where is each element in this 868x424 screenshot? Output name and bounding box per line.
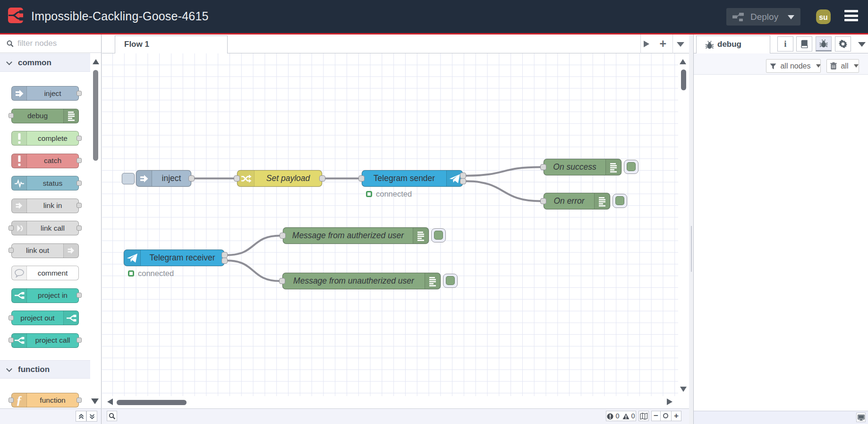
- node-input-port[interactable]: [279, 278, 285, 284]
- node-input-port[interactable]: [280, 233, 286, 239]
- palette-scrollbar-thumb[interactable]: [93, 70, 98, 161]
- flow-node-label: Telegram receiver: [141, 250, 224, 266]
- palette-category-label: common: [18, 58, 51, 67]
- user-avatar[interactable]: su: [816, 9, 831, 24]
- flow-node-msgunauth[interactable]: Message from unautherized user: [282, 273, 441, 289]
- error-count: 0: [615, 412, 619, 420]
- debug-icon: [425, 273, 440, 289]
- node-input-port[interactable]: [540, 164, 546, 170]
- palette-node-project-out[interactable]: project out: [11, 311, 79, 325]
- debug-filter-button[interactable]: all nodes: [766, 59, 821, 73]
- palette-node-link-out[interactable]: link out: [11, 243, 79, 258]
- sidebar-debug-tab-button[interactable]: [816, 36, 832, 52]
- main-menu-button[interactable]: [844, 10, 858, 23]
- link-in-icon: [12, 199, 27, 213]
- debug-enable-toggle[interactable]: [613, 194, 627, 208]
- flow-node-setpayload[interactable]: Set payload: [237, 170, 322, 187]
- node-input-port[interactable]: [358, 175, 365, 182]
- sidebar-config-tab-button[interactable]: [835, 36, 851, 52]
- debug-enable-toggle[interactable]: [443, 274, 458, 288]
- zoom-reset-button[interactable]: [660, 411, 672, 421]
- node-output-port[interactable]: [319, 175, 325, 182]
- canvas-scroll-left-icon[interactable]: [107, 398, 113, 405]
- canvas-vscrollbar-thumb[interactable]: [681, 69, 686, 90]
- node-output-port[interactable]: [221, 258, 228, 264]
- flow-node-inject[interactable]: inject: [136, 170, 191, 187]
- list-flows-button[interactable]: [677, 42, 684, 47]
- error-warning-counts[interactable]: 0 0: [606, 411, 636, 421]
- node-red-app: Impossible-Cackling-Goose-4615 Deploy su…: [0, 0, 868, 424]
- palette-node-comment[interactable]: comment: [11, 266, 79, 280]
- node-input-port[interactable]: [234, 175, 240, 182]
- node-output-port: [77, 203, 82, 208]
- search-flows-button[interactable]: [107, 411, 117, 421]
- flow-node-label: On success: [544, 159, 605, 175]
- add-flow-button[interactable]: +: [659, 39, 666, 48]
- zoom-reset-icon: [663, 413, 668, 418]
- palette-node-inject[interactable]: inject: [11, 86, 79, 101]
- sidebar-info-tab-button[interactable]: i: [777, 36, 793, 52]
- flow-node-label: Message from unautherized user: [283, 273, 425, 289]
- palette-node-debug[interactable]: debug: [11, 109, 79, 123]
- node-output-port[interactable]: [188, 175, 195, 182]
- debug-enable-toggle[interactable]: [624, 160, 638, 174]
- palette-collapse-all-button[interactable]: [76, 411, 86, 422]
- node-output-port: [77, 225, 82, 231]
- palette-search-input[interactable]: filter nodes: [0, 35, 101, 53]
- deploy-options-caret[interactable]: [788, 15, 794, 19]
- canvas-scroll-right-icon[interactable]: [667, 398, 672, 405]
- flow-node-onerror[interactable]: On error: [544, 193, 610, 209]
- tab-debug[interactable]: debug: [696, 35, 770, 53]
- toggle-navigator-button[interactable]: [638, 411, 649, 421]
- sidebar-help-tab-button[interactable]: [796, 36, 812, 52]
- chevron-down-icon: [6, 366, 12, 372]
- zoom-out-button[interactable]: −: [651, 411, 661, 421]
- inject-trigger-button[interactable]: [122, 173, 135, 184]
- palette-node-function[interactable]: ƒfunction: [11, 393, 79, 407]
- palette-node-complete[interactable]: complete: [11, 131, 79, 146]
- palette-node-project-in[interactable]: project in: [11, 288, 79, 303]
- palette-node-link-call[interactable]: link call: [11, 221, 79, 235]
- palette-expand-all-button[interactable]: [86, 411, 97, 422]
- comment-icon: [12, 266, 27, 280]
- zoom-in-button[interactable]: +: [671, 411, 681, 421]
- warning-icon: [622, 413, 630, 420]
- debug-clear-button[interactable]: all: [826, 59, 859, 73]
- node-red-logo-icon: [8, 8, 23, 23]
- canvas-hscrollbar-thumb[interactable]: [117, 400, 187, 405]
- palette-node-status[interactable]: status: [11, 176, 79, 190]
- palette-node-link-in[interactable]: link in: [11, 199, 79, 213]
- tab-flow-1[interactable]: Flow 1: [115, 35, 228, 53]
- deploy-button[interactable]: Deploy: [726, 8, 800, 26]
- canvas-scroll-up-icon[interactable]: [680, 59, 686, 64]
- palette-scroll-up-icon[interactable]: [93, 59, 99, 64]
- palette-category-function[interactable]: function: [0, 360, 90, 379]
- node-output-port[interactable]: [460, 178, 466, 184]
- palette-node-catch[interactable]: catch: [11, 154, 79, 168]
- palette-scroll-down-icon[interactable]: [91, 398, 99, 404]
- flow-node-receiver[interactable]: Telegram receiverconnected: [124, 250, 224, 266]
- flow-canvas[interactable]: injectSet payloadTelegram senderconnecte…: [102, 53, 689, 408]
- palette-node-project-call[interactable]: project call: [11, 333, 79, 348]
- palette-category-common[interactable]: common: [0, 53, 90, 72]
- warning-count: 0: [631, 412, 635, 420]
- node-output-port: [77, 398, 82, 403]
- node-input-port[interactable]: [540, 198, 546, 204]
- palette-node-label: catch: [27, 154, 78, 168]
- palette-node-label: function: [27, 393, 78, 407]
- flow-node-sender[interactable]: Telegram senderconnected: [362, 170, 463, 187]
- map-icon: [640, 413, 648, 420]
- scroll-tabs-right-icon[interactable]: [644, 41, 649, 47]
- info-icon: i: [784, 39, 786, 49]
- monitor-icon: [858, 415, 865, 421]
- search-icon: [7, 40, 14, 47]
- sidebar-tabs-caret[interactable]: [858, 42, 866, 47]
- flow-node-msgauth[interactable]: Message from autherized user: [283, 227, 429, 244]
- open-debug-window-button[interactable]: [856, 413, 866, 422]
- book-icon: [800, 40, 808, 48]
- flow-node-onsuccess[interactable]: On success: [544, 159, 621, 175]
- canvas-scroll-down-icon[interactable]: [680, 387, 687, 392]
- caret-down-icon: [854, 64, 859, 68]
- sidebar-separator[interactable]: [689, 35, 693, 424]
- debug-enable-toggle[interactable]: [431, 228, 446, 242]
